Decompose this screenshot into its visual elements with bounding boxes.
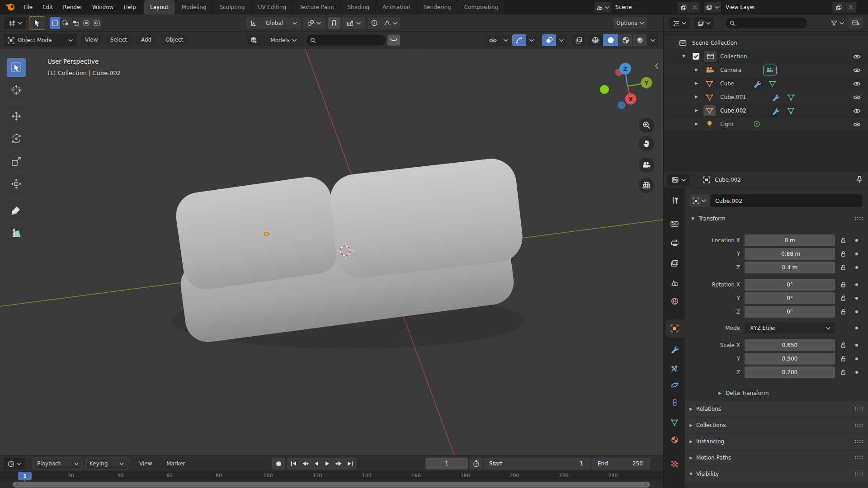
zoom-view-button[interactable] xyxy=(639,117,654,133)
section-collections[interactable]: ▶Collections xyxy=(685,418,868,433)
menu-file[interactable]: File xyxy=(19,2,37,13)
hide-eye-icon[interactable] xyxy=(853,108,861,113)
modifier-wrench-icon[interactable] xyxy=(772,94,779,101)
tab-render[interactable] xyxy=(664,216,685,232)
light-data-badge[interactable] xyxy=(753,120,761,128)
rotation-x-field[interactable]: 0° xyxy=(745,279,835,291)
outliner-search-field[interactable] xyxy=(726,18,807,28)
view-layer-name-field[interactable]: View Layer xyxy=(722,2,832,13)
animate-dot[interactable] xyxy=(855,344,858,347)
panel-drag-grip[interactable] xyxy=(854,217,863,221)
end-frame-field[interactable]: End250 xyxy=(591,458,650,469)
scale-x-field[interactable]: 0.650 xyxy=(745,339,835,351)
scale-y-field[interactable]: 0.900 xyxy=(745,353,835,365)
tab-particles[interactable] xyxy=(664,361,685,377)
auto-keying-record-button[interactable] xyxy=(272,458,285,469)
asset-shelf-icon-button[interactable] xyxy=(246,34,262,46)
prev-keyframe-button[interactable] xyxy=(299,458,311,469)
mode-selector-dropdown[interactable]: Object Mode xyxy=(4,34,77,47)
tab-modifiers[interactable] xyxy=(664,341,685,357)
tab-world[interactable] xyxy=(664,293,685,309)
disclosure-triangle[interactable]: ▶ xyxy=(695,68,698,72)
viewport-3d[interactable]: Object Mode View Select Add Object Model… xyxy=(0,32,663,455)
navigation-gizmo[interactable]: Z Y X xyxy=(590,50,663,122)
section-relations[interactable]: ▶Relations xyxy=(685,401,868,417)
play-button[interactable] xyxy=(322,458,333,469)
panel-drag-grip[interactable] xyxy=(854,423,863,427)
tab-shading[interactable]: Shading xyxy=(341,0,376,14)
scene-name-field[interactable]: Scene xyxy=(611,2,677,13)
hide-eye-icon[interactable] xyxy=(853,54,861,59)
camera-view-button[interactable] xyxy=(639,157,654,173)
xray-toggle[interactable] xyxy=(572,34,585,46)
viewport-menu-select[interactable]: Select xyxy=(106,34,132,45)
tab-physics[interactable] xyxy=(664,377,685,393)
animate-dot[interactable] xyxy=(855,283,858,286)
camera-data-badge[interactable] xyxy=(763,65,777,75)
animate-dot[interactable] xyxy=(855,371,858,374)
location-y-field[interactable]: -0.88 m xyxy=(745,248,835,260)
location-x-field[interactable]: 0 m xyxy=(745,235,835,246)
properties-editor-type-button[interactable] xyxy=(667,174,690,186)
animate-dot[interactable] xyxy=(855,297,858,300)
panel-drag-grip[interactable] xyxy=(854,407,863,411)
menu-render[interactable]: Render xyxy=(58,2,87,13)
shading-rendered-button[interactable] xyxy=(633,34,647,46)
start-frame-field[interactable]: Start1 xyxy=(484,458,590,469)
disclosure-triangle[interactable]: ▶ xyxy=(695,81,698,85)
select-mode-intersect[interactable] xyxy=(91,17,102,29)
disclosure-triangle[interactable]: ▶ xyxy=(695,108,698,113)
section-instancing[interactable]: ▶Instancing xyxy=(685,434,868,449)
lock-icon[interactable] xyxy=(840,309,846,315)
mesh-data-icon[interactable] xyxy=(787,108,795,114)
tab-sculpting[interactable]: Sculpting xyxy=(213,0,251,14)
timeline-scrollbar[interactable] xyxy=(13,482,650,488)
outliner-row-camera[interactable]: ▶ Camera xyxy=(664,63,868,77)
lock-icon[interactable] xyxy=(840,237,846,244)
tab-object[interactable] xyxy=(664,320,685,337)
current-frame-field[interactable]: 1 xyxy=(425,458,468,469)
hide-eye-icon[interactable] xyxy=(853,95,861,100)
outliner-filter-collection-dropdown[interactable] xyxy=(694,17,714,29)
tool-select-box[interactable] xyxy=(7,58,26,77)
tab-rendering[interactable]: Rendering xyxy=(417,0,457,14)
outliner-row-cube[interactable]: ▶ Cube xyxy=(664,77,868,90)
tab-object-data[interactable] xyxy=(664,414,685,431)
view-layer-new-button[interactable] xyxy=(832,2,845,13)
tab-tool[interactable] xyxy=(664,192,685,208)
animate-dot[interactable] xyxy=(855,310,858,313)
timeline-menu-marker[interactable]: Marker xyxy=(162,458,189,469)
hide-eye-icon[interactable] xyxy=(853,81,861,86)
tool-rotate[interactable] xyxy=(7,129,26,148)
object-name-input[interactable] xyxy=(711,194,862,207)
section-motion-paths[interactable]: ▶Motion Paths xyxy=(685,450,868,465)
outliner-filter-dropdown[interactable] xyxy=(828,17,847,29)
mesh-data-icon[interactable] xyxy=(787,94,795,101)
tab-constraints[interactable] xyxy=(664,394,685,410)
viewport-menu-view[interactable]: View xyxy=(80,34,102,45)
asset-search-field[interactable] xyxy=(306,35,386,46)
mesh-data-icon[interactable] xyxy=(769,80,776,87)
editor-type-button[interactable] xyxy=(5,17,26,29)
shading-material-button[interactable] xyxy=(618,34,632,46)
id-type-dropdown[interactable] xyxy=(689,194,709,207)
keying-menu[interactable]: Keying xyxy=(85,458,128,469)
rotation-y-field[interactable]: 0° xyxy=(745,292,835,304)
delta-transform-subpanel[interactable]: ▶ Delta Transform xyxy=(718,388,769,399)
scene-browse-button[interactable] xyxy=(594,2,611,13)
tool-measure[interactable] xyxy=(7,223,26,242)
timeline-ruler[interactable]: 20 40 60 80 100 120 140 160 180 200 220 … xyxy=(0,471,663,480)
show-overlays-toggle[interactable] xyxy=(542,34,556,46)
active-tool-tweak-button[interactable] xyxy=(29,16,45,30)
animate-dot[interactable] xyxy=(855,239,858,242)
scrollbar-handle-dot-right[interactable] xyxy=(645,483,647,486)
object-visibility-button[interactable] xyxy=(485,34,501,46)
proportional-edit-toggle[interactable] xyxy=(368,17,380,29)
scrollbar-handle-dot-left[interactable] xyxy=(16,483,18,486)
disclosure-triangle[interactable]: ▼ xyxy=(682,54,685,58)
timeline-editor-type-button[interactable] xyxy=(4,458,25,469)
tool-scale[interactable] xyxy=(7,152,26,171)
panel-drag-grip[interactable] xyxy=(854,440,863,444)
view-layer-browse-button[interactable] xyxy=(704,2,721,13)
tab-texture-paint[interactable]: Texture Paint xyxy=(293,0,340,14)
